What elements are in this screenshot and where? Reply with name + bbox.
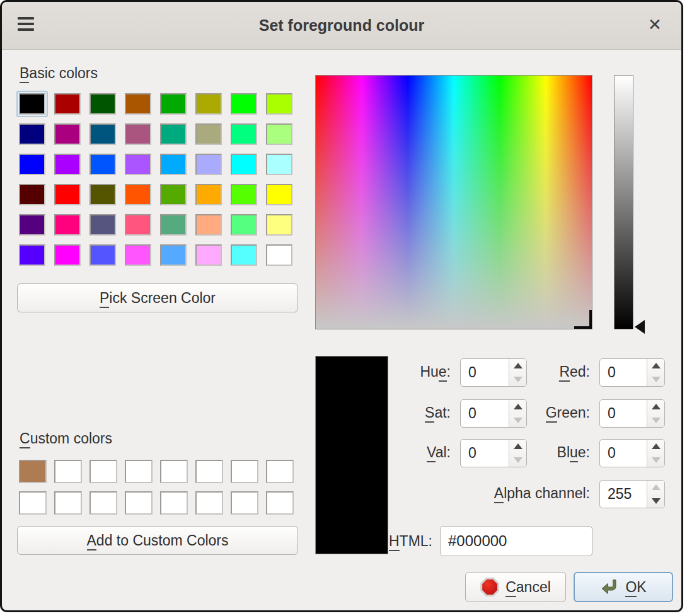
window-menu-icon[interactable]	[18, 16, 34, 32]
basic-color-swatch[interactable]	[125, 93, 151, 115]
basic-color-swatch[interactable]	[89, 214, 116, 236]
basic-color-swatch[interactable]	[231, 154, 257, 175]
custom-color-swatch[interactable]	[160, 491, 188, 515]
basic-color-swatch[interactable]	[195, 154, 222, 175]
custom-color-swatch[interactable]	[266, 460, 294, 483]
basic-color-swatch[interactable]	[54, 214, 81, 236]
basic-color-swatch[interactable]	[195, 123, 222, 145]
basic-color-swatch[interactable]	[195, 214, 222, 236]
basic-color-swatch[interactable]	[160, 93, 187, 115]
green-spinbox[interactable]: 0	[599, 399, 665, 428]
val-value: 0	[468, 440, 476, 467]
blue-spinbox[interactable]: 0	[599, 439, 665, 467]
basic-color-swatch[interactable]	[54, 244, 81, 266]
basic-color-swatch[interactable]	[160, 123, 187, 145]
value-slider[interactable]	[614, 75, 633, 329]
basic-color-swatch[interactable]	[231, 93, 257, 115]
basic-color-swatch[interactable]	[195, 93, 222, 115]
hue-saturation-picker[interactable]	[315, 75, 592, 329]
basic-color-swatch[interactable]	[125, 214, 151, 236]
ok-button[interactable]: OK	[574, 572, 673, 602]
custom-color-swatch[interactable]	[125, 491, 153, 515]
basic-color-swatch[interactable]	[89, 123, 116, 145]
custom-color-swatch[interactable]	[19, 460, 47, 483]
basic-color-swatch[interactable]	[89, 184, 116, 205]
basic-color-swatch[interactable]	[54, 123, 81, 145]
custom-color-swatch[interactable]	[160, 460, 188, 483]
red-value: 0	[608, 359, 616, 386]
custom-color-swatch[interactable]	[266, 491, 294, 515]
basic-color-swatch[interactable]	[266, 154, 292, 175]
alpha-spinbox[interactable]: 255	[599, 480, 665, 508]
alpha-decrement-icon[interactable]	[647, 494, 664, 508]
blue-increment-icon[interactable]	[647, 440, 664, 453]
green-value: 0	[608, 400, 616, 427]
close-icon[interactable]: ✕	[644, 13, 666, 36]
basic-color-swatch[interactable]	[125, 123, 151, 145]
hue-value: 0	[468, 359, 476, 386]
basic-color-swatch[interactable]	[54, 184, 81, 205]
custom-color-swatch[interactable]	[19, 491, 47, 515]
basic-color-swatch[interactable]	[231, 214, 257, 236]
basic-color-swatch[interactable]	[266, 184, 292, 205]
basic-color-swatch[interactable]	[160, 244, 187, 266]
basic-color-swatch[interactable]	[266, 214, 292, 236]
blue-decrement-icon[interactable]	[647, 453, 664, 467]
basic-color-swatch[interactable]	[19, 123, 45, 145]
red-decrement-icon[interactable]	[647, 373, 664, 387]
green-decrement-icon[interactable]	[647, 414, 664, 428]
basic-color-swatch[interactable]	[125, 184, 151, 205]
basic-color-swatch[interactable]	[54, 154, 81, 175]
basic-color-swatch[interactable]	[231, 123, 257, 145]
red-label: Red:	[494, 363, 590, 380]
custom-color-swatch[interactable]	[231, 460, 258, 483]
basic-color-swatch[interactable]	[89, 154, 116, 175]
custom-color-swatch[interactable]	[54, 491, 82, 515]
basic-color-swatch[interactable]	[266, 93, 292, 115]
basic-color-swatch[interactable]	[231, 184, 257, 205]
custom-color-swatch[interactable]	[125, 460, 153, 483]
basic-color-swatch[interactable]	[89, 93, 116, 115]
title-bar: Set foreground colour ✕	[2, 2, 681, 50]
basic-colors-grid	[19, 93, 292, 266]
basic-color-swatch[interactable]	[19, 184, 45, 205]
value-slider-handle-icon[interactable]	[635, 320, 645, 334]
sat-label: Sat:	[342, 404, 451, 421]
custom-color-swatch[interactable]	[231, 491, 258, 515]
basic-color-swatch[interactable]	[160, 184, 187, 205]
add-to-custom-colors-button[interactable]: Add to Custom Colors	[17, 526, 298, 555]
cancel-button[interactable]: Cancel	[465, 572, 566, 602]
custom-color-swatch[interactable]	[54, 460, 82, 483]
custom-color-swatch[interactable]	[195, 491, 223, 515]
basic-color-swatch[interactable]	[54, 93, 81, 115]
basic-color-swatch[interactable]	[195, 184, 222, 205]
custom-color-swatch[interactable]	[89, 460, 117, 483]
custom-colors-label: Custom colors	[20, 430, 112, 447]
basic-color-swatch[interactable]	[160, 154, 187, 175]
basic-color-swatch[interactable]	[125, 244, 151, 266]
sat-value: 0	[468, 400, 476, 427]
basic-color-swatch[interactable]	[266, 123, 292, 145]
basic-color-swatch[interactable]	[231, 244, 257, 266]
green-label: Green:	[494, 404, 590, 421]
green-increment-icon[interactable]	[647, 400, 664, 414]
basic-color-swatch[interactable]	[266, 244, 292, 266]
alpha-increment-icon[interactable]	[647, 481, 664, 494]
red-increment-icon[interactable]	[647, 359, 664, 373]
basic-color-swatch[interactable]	[19, 214, 45, 236]
basic-color-swatch[interactable]	[89, 244, 116, 266]
basic-color-swatch[interactable]	[160, 214, 187, 236]
basic-color-swatch[interactable]	[19, 93, 45, 115]
picker-crosshair	[574, 326, 592, 329]
cancel-stop-icon	[480, 578, 499, 596]
custom-color-swatch[interactable]	[89, 491, 117, 515]
basic-color-swatch[interactable]	[19, 154, 45, 175]
html-color-input[interactable]	[440, 526, 592, 556]
basic-color-swatch[interactable]	[195, 244, 222, 266]
html-label: HTML:	[330, 533, 432, 550]
custom-color-swatch[interactable]	[195, 460, 223, 483]
basic-color-swatch[interactable]	[125, 154, 151, 175]
red-spinbox[interactable]: 0	[599, 358, 665, 387]
pick-screen-color-button[interactable]: Pick Screen Color	[17, 283, 298, 312]
basic-color-swatch[interactable]	[19, 244, 45, 266]
